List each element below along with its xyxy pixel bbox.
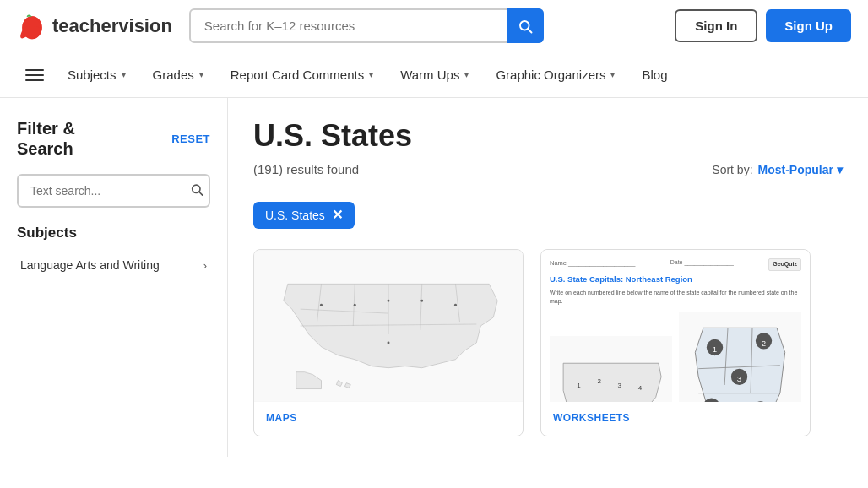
svg-line-3 (528, 29, 531, 32)
svg-point-15 (354, 304, 356, 306)
nav-item-graphic-organizers[interactable]: Graphic Organizers ▾ (484, 52, 627, 97)
filter-search-title: Filter &Search (17, 118, 75, 159)
sort-row: Sort by: Most-Popular ▾ (712, 163, 843, 176)
worksheet-date: Date _______________ (670, 258, 734, 268)
us-map-svg (254, 250, 523, 402)
svg-text:2: 2 (597, 377, 601, 385)
northeast-map: 1 2 3 4 5 (679, 312, 801, 402)
svg-point-17 (454, 304, 457, 306)
chevron-down-icon: ▾ (369, 70, 373, 79)
card-worksheets[interactable]: Name ___________________ Date __________… (540, 249, 811, 436)
chevron-down-icon: ▾ (610, 70, 615, 79)
svg-point-18 (320, 304, 323, 306)
card-maps[interactable]: MAPS (253, 249, 524, 436)
chevron-down-icon: ▾ (837, 163, 843, 176)
logo-apple-icon (17, 11, 47, 41)
text-search-button[interactable] (190, 183, 203, 199)
search-button[interactable] (507, 8, 544, 43)
svg-point-19 (388, 341, 390, 344)
cards-grid: MAPS Name ___________________ Date _____… (253, 249, 843, 436)
worksheet-name-line: Name ___________________ (550, 258, 635, 268)
nav-item-subjects[interactable]: Subjects ▾ (56, 52, 138, 97)
sort-dropdown[interactable]: Most-Popular ▾ (758, 163, 843, 176)
card-worksheets-image: Name ___________________ Date __________… (541, 250, 810, 402)
chevron-down-icon: ▾ (199, 70, 203, 79)
filter-tag-us-states[interactable]: U.S. States ✕ (253, 202, 355, 229)
page-title: U.S. States (253, 118, 843, 154)
active-filters: U.S. States ✕ (253, 202, 843, 229)
sidebar-header: Filter &Search RESET (17, 118, 210, 159)
remove-filter-icon[interactable]: ✕ (332, 209, 343, 222)
search-icon (518, 19, 533, 34)
results-count: (191) results found (253, 162, 359, 176)
svg-text:1: 1 (713, 344, 717, 354)
text-search-input[interactable] (17, 174, 210, 208)
geoquiz-badge: GeoQuiz (768, 258, 801, 271)
nav-item-grades[interactable]: Grades ▾ (141, 52, 215, 97)
hamburger-line-2 (25, 74, 44, 76)
card-maps-label: MAPS (254, 402, 523, 436)
svg-point-14 (388, 300, 390, 302)
svg-point-16 (420, 300, 423, 302)
hamburger-line-1 (25, 69, 44, 71)
sign-in-button[interactable]: Sign In (675, 9, 757, 42)
hamburger-line-3 (25, 79, 44, 81)
svg-line-5 (199, 192, 203, 196)
content-area: U.S. States (191) results found Sort by:… (228, 98, 868, 457)
search-icon (190, 183, 203, 197)
nav-item-blog[interactable]: Blog (630, 52, 679, 97)
chevron-down-icon: ▾ (122, 70, 126, 79)
main-nav: Subjects ▾ Grades ▾ Report Card Comments… (0, 52, 868, 98)
search-input[interactable] (189, 8, 544, 43)
reset-button[interactable]: RESET (171, 133, 210, 145)
sign-up-button[interactable]: Sign Up (766, 9, 851, 42)
worksheet-title: U.S. State Capitals: Northeast Region (550, 274, 801, 285)
text-search-wrapper (17, 174, 210, 208)
chevron-down-icon: ▾ (464, 70, 469, 79)
site-logo[interactable]: teachervision (17, 11, 172, 41)
svg-text:3: 3 (737, 374, 741, 383)
mini-us-map: 1 2 3 4 5 6 7 (550, 336, 672, 402)
header-actions: Sign In Sign Up (675, 9, 851, 42)
nav-item-warm-ups[interactable]: Warm Ups ▾ (388, 52, 480, 97)
logo-text: teachervision (52, 15, 172, 37)
card-worksheets-label: WORKSHEETS (541, 402, 810, 436)
worksheet-description: Write on each numbered line below the na… (550, 289, 801, 306)
svg-text:4: 4 (638, 384, 643, 392)
svg-text:2: 2 (762, 338, 766, 347)
search-bar (189, 8, 544, 43)
site-header: teachervision Sign In Sign Up (0, 0, 868, 52)
card-maps-image (254, 250, 523, 402)
svg-text:1: 1 (577, 382, 581, 389)
nav-item-report-card-comments[interactable]: Report Card Comments ▾ (219, 52, 385, 97)
svg-text:3: 3 (618, 382, 622, 389)
main-layout: Filter &Search RESET Subjects Language A… (0, 98, 868, 457)
sidebar: Filter &Search RESET Subjects Language A… (0, 98, 228, 457)
arrow-right-icon: › (203, 259, 207, 272)
subject-item-language-arts[interactable]: Language Arts and Writing › (17, 252, 210, 279)
hamburger-menu[interactable] (17, 59, 52, 91)
subjects-heading: Subjects (17, 225, 210, 241)
sort-label: Sort by: (712, 163, 752, 176)
